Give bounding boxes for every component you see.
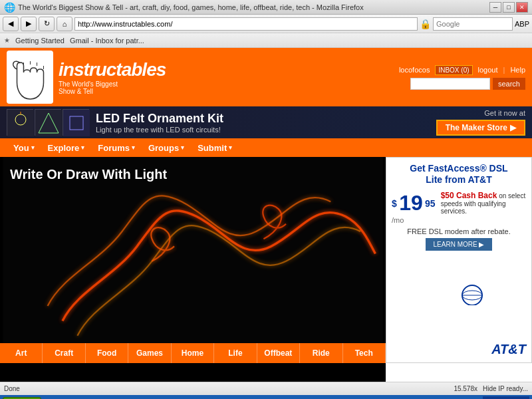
close-button[interactable]: ✕ [516, 2, 528, 13]
status-right: 15.578x Hide IP ready... [454, 385, 528, 392]
cta-arrow-icon: ▶ [510, 123, 516, 132]
hero-title: Write Or Draw With Light [10, 167, 167, 182]
window-controls: ─ □ ✕ [489, 2, 528, 13]
taskbar-right: 🔊 4:11 PM [483, 396, 529, 399]
hero-image: Write Or Draw With Light [0, 157, 386, 343]
browser-search-input[interactable] [433, 17, 513, 31]
site-search-button[interactable]: search [493, 78, 525, 90]
search-area: search [410, 78, 525, 90]
nav-submit-label: Submit [198, 143, 227, 153]
logout-link[interactable]: logout [478, 66, 498, 74]
nav-bar: You ▾ Explore ▾ Forums ▾ Groups ▾ Submit… [0, 138, 532, 157]
nav-forums-arrow: ▾ [132, 144, 135, 151]
status-left: Done [4, 385, 20, 392]
left-content: Write Or Draw With Light [0, 157, 386, 382]
home-button[interactable]: ⌂ [57, 17, 72, 31]
forward-button[interactable]: ▶ [21, 17, 37, 31]
taskbar: ⊞ Start new step : 1 - Mozilla ... The W… [0, 395, 532, 399]
att-advertisement: Get FastAccess® DSL Lite from AT&T $ 19 … [386, 157, 532, 363]
maker-store-button[interactable]: The Maker Store ▶ [436, 120, 525, 136]
category-tabs: Art Craft Food Games Home Life Offbeat R… [0, 343, 386, 363]
att-learn-button[interactable]: LEARN MORE ▶ [426, 238, 493, 251]
cat-tab-home[interactable]: Home [172, 343, 214, 363]
ad-image-2 [35, 109, 61, 136]
att-header-text: Get FastAccess® DSL Lite from AT&T [410, 163, 507, 185]
minimize-button[interactable]: ─ [489, 2, 501, 13]
nav-item-explore[interactable]: Explore ▾ [41, 138, 92, 157]
att-price-mo: /mo [392, 216, 404, 224]
nav-explore-label: Explore [48, 143, 80, 153]
nav-you-label: You [13, 143, 29, 153]
ad-cta: Get it now at The Maker Store ▶ [436, 109, 525, 136]
ad-images [7, 109, 89, 136]
nav-item-forums[interactable]: Forums ▾ [91, 138, 142, 157]
cat-tab-food[interactable]: Food [86, 343, 128, 363]
att-brand-name: AT&T [491, 342, 526, 356]
site-header: instructables The World's Biggest Show &… [0, 48, 532, 106]
main-content: Write Or Draw With Light [0, 157, 532, 382]
cat-tab-craft[interactable]: Craft [43, 343, 85, 363]
ad-image-3 [63, 109, 89, 136]
logo-area: instructables The World's Biggest Show &… [7, 51, 166, 104]
att-price-cents: 95 [425, 198, 436, 209]
refresh-button[interactable]: ↻ [39, 17, 55, 31]
tagline-line1: The World's Biggest [59, 80, 166, 88]
nav-item-submit[interactable]: Submit ▾ [191, 138, 239, 157]
ad-cta-text: Get it now at [484, 109, 525, 117]
cat-tab-games[interactable]: Games [128, 343, 171, 363]
tagline-line2: Show & Tell [59, 88, 166, 95]
back-button[interactable]: ◀ [3, 17, 19, 31]
bookmark-gmail[interactable]: Gmail - Inbox for patr... [70, 37, 144, 45]
nav-groups-label: Groups [148, 143, 179, 153]
nav-item-you[interactable]: You ▾ [7, 138, 41, 157]
cat-tab-art[interactable]: Art [0, 343, 43, 363]
att-price-main: 19 [399, 191, 423, 215]
help-link[interactable]: Help [510, 66, 525, 74]
ad-text: LED Felt Ornament Kit Light up the tree … [89, 112, 436, 134]
cat-tab-life[interactable]: Life [214, 343, 257, 363]
inbox-badge[interactable]: INBOX (0) [435, 65, 472, 75]
user-bar: locofocos INBOX (0) logout | Help [399, 65, 525, 75]
status-text: Done [4, 385, 20, 392]
att-dollar-sign: $ [392, 198, 397, 209]
hand-icon [9, 53, 52, 102]
svg-rect-10 [63, 110, 90, 136]
site-search-input[interactable] [410, 78, 490, 90]
att-cashback-amount: $50 Cash Back [441, 191, 497, 200]
address-bar[interactable] [74, 17, 418, 31]
ad-subtitle: Light up the tree with LED soft circuits… [96, 126, 430, 134]
username[interactable]: locofocos [399, 66, 430, 74]
att-logo: AT&T [392, 342, 526, 357]
att-robot-image [392, 259, 526, 307]
page-content: instructables The World's Biggest Show &… [0, 48, 532, 382]
logo-hand [7, 51, 53, 104]
nav-item-groups[interactable]: Groups ▾ [142, 138, 191, 157]
svg-rect-0 [10, 53, 50, 102]
att-price-row: $ 19 95 /mo $50 Cash Back on select spee… [392, 191, 526, 225]
nav-groups-arrow: ▾ [181, 144, 184, 151]
ad-title: LED Felt Ornament Kit [96, 112, 430, 126]
bookmarks-bar: ★ Getting Started Gmail - Inbox for patr… [0, 33, 532, 48]
nav-you-arrow: ▾ [31, 144, 35, 151]
header-right: locofocos INBOX (0) logout | Help search [399, 65, 525, 90]
cat-tab-offbeat[interactable]: Offbeat [257, 343, 300, 363]
maximize-button[interactable]: □ [503, 2, 515, 13]
browser-title: The World's Biggest Show & Tell - art, c… [18, 3, 364, 11]
nav-submit-arrow: ▾ [229, 144, 232, 151]
bookmark-getting-started[interactable]: Getting Started [15, 37, 65, 45]
ad-image-1 [7, 109, 33, 136]
logo-text: instructables The World's Biggest Show &… [59, 59, 166, 95]
maker-store-label: The Maker Store [446, 123, 507, 132]
att-price-display: $ 19 95 /mo [392, 191, 436, 225]
att-modem-text: FREE DSL modem after rebate. [392, 227, 526, 235]
svg-rect-13 [432, 259, 485, 305]
att-cashback: $50 Cash Back on select speeds with qual… [441, 191, 526, 215]
cat-tab-ride[interactable]: Ride [300, 343, 342, 363]
att-header: Get FastAccess® DSL Lite from AT&T [392, 163, 526, 186]
nav-forums-label: Forums [98, 143, 130, 153]
nav-explore-arrow: ▾ [81, 144, 84, 151]
site-logo[interactable]: instructables [59, 59, 166, 80]
cat-tab-tech[interactable]: Tech [343, 343, 386, 363]
browser-titlebar: 🌐 The World's Biggest Show & Tell - art,… [0, 0, 532, 15]
svg-rect-12 [3, 157, 382, 343]
